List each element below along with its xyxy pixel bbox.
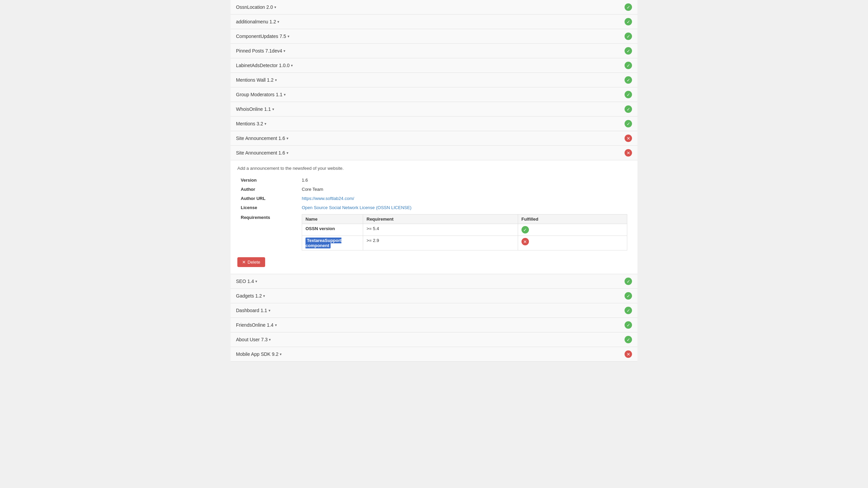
plugin-row[interactable]: Mentions Wall 1.2 ▾✓ xyxy=(231,73,637,87)
license-row: License Open Source Social Network Licen… xyxy=(237,203,631,212)
req-fulfilled: ✕ xyxy=(518,236,627,250)
plugin-description: Add a announcement to the newsfeed of yo… xyxy=(237,166,631,171)
req-requirement: >= 2.9 xyxy=(363,236,518,250)
status-icon-check: ✓ xyxy=(625,292,632,300)
plugin-row[interactable]: Mentions 3.2 ▾✓ xyxy=(231,117,637,131)
dropdown-arrow-icon: ▾ xyxy=(255,279,257,284)
plugin-name: Mobile App SDK 9.2 ▾ xyxy=(236,351,282,357)
plugin-row[interactable]: About User 7.3 ▾✓ xyxy=(231,332,637,347)
requirements-row: Requirements Name Requirement Fulfilled xyxy=(237,212,631,252)
version-value: 1.6 xyxy=(298,176,631,185)
plugin-row[interactable]: LabinetAdsDetector 1.0.0 ▾✓ xyxy=(231,58,637,73)
req-name-highlighted: TextareaSupport component xyxy=(305,238,341,248)
dropdown-arrow-icon: ▾ xyxy=(275,78,277,82)
req-name: TextareaSupport component xyxy=(302,236,363,250)
dropdown-arrow-icon: ▾ xyxy=(283,49,285,53)
req-row: TextareaSupport component>= 2.9✕ xyxy=(302,236,627,250)
plugin-name: WhoisOnline 1.1 ▾ xyxy=(236,106,274,112)
plugin-row[interactable]: WhoisOnline 1.1 ▾✓ xyxy=(231,102,637,117)
version-row: Version 1.6 xyxy=(237,176,631,185)
status-icon-check: ✓ xyxy=(625,18,632,25)
site-announcement-row[interactable]: Site Announcement 1.6 ▾ ✕ Add a announce… xyxy=(231,146,637,274)
dropdown-arrow-icon: ▾ xyxy=(277,20,279,24)
plugin-name: Mentions 3.2 ▾ xyxy=(236,121,267,126)
author-url-label: Author URL xyxy=(237,194,298,203)
req-col-fulfilled: Fulfilled xyxy=(518,215,627,224)
license-link[interactable]: Open Source Social Network License (OSSN… xyxy=(302,205,412,210)
plugin-row[interactable]: Pinned Posts 7.1dev4 ▾✓ xyxy=(231,44,637,58)
req-col-requirement: Requirement xyxy=(363,215,518,224)
plugin-name: additionalmenu 1.2 ▾ xyxy=(236,19,279,24)
status-icon-x: ✕ xyxy=(625,350,632,358)
plugin-row[interactable]: Group Moderators 1.1 ▾✓ xyxy=(231,87,637,102)
plugin-row[interactable]: Site Announcement 1.6 ▾✕ xyxy=(231,131,637,146)
dropdown-arrow-icon: ▾ xyxy=(287,136,289,141)
plugin-name: Mentions Wall 1.2 ▾ xyxy=(236,77,277,83)
status-icon-check: ✓ xyxy=(625,105,632,113)
dropdown-arrow-icon: ▾ xyxy=(288,34,290,39)
status-icon-check: ✓ xyxy=(625,307,632,314)
plugin-name: SEO 1.4 ▾ xyxy=(236,279,257,284)
req-requirement: >= 5.4 xyxy=(363,224,518,236)
dropdown-arrow-icon: ▾ xyxy=(269,308,271,313)
requirements-content: Name Requirement Fulfilled OSSN version>… xyxy=(298,212,631,252)
plugin-name: Pinned Posts 7.1dev4 ▾ xyxy=(236,48,285,54)
delete-label: Delete xyxy=(248,260,260,265)
dropdown-arrow-icon: ▾ xyxy=(272,107,274,111)
plugins-container: OssnLocation 2.0 ▾✓additionalmenu 1.2 ▾✓… xyxy=(231,0,637,362)
plugin-name: About User 7.3 ▾ xyxy=(236,337,271,342)
plugin-row[interactable]: ComponentUpdates 7.5 ▾✓ xyxy=(231,29,637,44)
req-check-icon: ✓ xyxy=(521,226,529,233)
plugin-name: ComponentUpdates 7.5 ▾ xyxy=(236,34,290,39)
license-value: Open Source Social Network License (OSSN… xyxy=(298,203,631,212)
plugin-row[interactable]: Mobile App SDK 9.2 ▾✕ xyxy=(231,347,637,362)
plugin-info-table: Version 1.6 Author Core Team Author URL … xyxy=(237,176,631,252)
plugin-name: FriendsOnline 1.4 ▾ xyxy=(236,322,277,328)
status-icon-x: ✕ xyxy=(625,149,632,157)
req-fulfilled: ✓ xyxy=(518,224,627,236)
status-icon-check: ✓ xyxy=(625,3,632,11)
dropdown-arrow-icon: ▾ xyxy=(275,323,277,327)
plugin-row[interactable]: additionalmenu 1.2 ▾✓ xyxy=(231,15,637,29)
plugin-row[interactable]: OssnLocation 2.0 ▾✓ xyxy=(231,0,637,15)
dropdown-arrow-icon: ▾ xyxy=(291,63,293,68)
status-icon-check: ✓ xyxy=(625,336,632,343)
plugin-row[interactable]: FriendsOnline 1.4 ▾✓ xyxy=(231,318,637,332)
author-url-value: https://www.softlab24.com/ xyxy=(298,194,631,203)
plugin-name: Group Moderators 1.1 ▾ xyxy=(236,92,286,97)
delete-button[interactable]: ✕ Delete xyxy=(237,257,265,267)
req-name: OSSN version xyxy=(302,224,363,236)
status-icon-check: ✓ xyxy=(625,33,632,40)
status-icon-check: ✓ xyxy=(625,47,632,55)
dropdown-arrow-icon: ▾ xyxy=(274,5,276,9)
author-url-row: Author URL https://www.softlab24.com/ xyxy=(237,194,631,203)
dropdown-arrow-icon: ▾ xyxy=(287,151,289,155)
plugin-detail-panel: Add a announcement to the newsfeed of yo… xyxy=(231,160,637,274)
plugin-name: Site Announcement 1.6 ▾ xyxy=(236,136,289,141)
status-icon-x: ✕ xyxy=(625,135,632,142)
plugin-name: Dashboard 1.1 ▾ xyxy=(236,308,271,313)
dropdown-arrow-icon: ▾ xyxy=(280,352,282,357)
plugin-row[interactable]: Dashboard 1.1 ▾✓ xyxy=(231,303,637,318)
plugin-name: OssnLocation 2.0 ▾ xyxy=(236,4,276,10)
requirements-table: Name Requirement Fulfilled OSSN version>… xyxy=(302,214,627,250)
requirements-label: Requirements xyxy=(237,212,298,252)
plugin-name: LabinetAdsDetector 1.0.0 ▾ xyxy=(236,63,293,68)
req-row: OSSN version>= 5.4✓ xyxy=(302,224,627,236)
dropdown-arrow-icon: ▾ xyxy=(263,294,265,298)
plugin-name: Gadgets 1.2 ▾ xyxy=(236,293,265,299)
plugin-row[interactable]: Gadgets 1.2 ▾✓ xyxy=(231,289,637,303)
site-announcement-name: Site Announcement 1.6 ▾ xyxy=(236,150,289,156)
req-x-icon: ✕ xyxy=(521,238,529,245)
status-icon-check: ✓ xyxy=(625,62,632,69)
license-label: License xyxy=(237,203,298,212)
dropdown-arrow-icon: ▾ xyxy=(269,338,271,342)
plugin-row[interactable]: SEO 1.4 ▾✓ xyxy=(231,274,637,289)
author-label: Author xyxy=(237,185,298,194)
author-row: Author Core Team xyxy=(237,185,631,194)
author-url-link[interactable]: https://www.softlab24.com/ xyxy=(302,196,354,201)
req-col-name: Name xyxy=(302,215,363,224)
delete-x-icon: ✕ xyxy=(242,260,246,265)
status-icon-check: ✓ xyxy=(625,278,632,285)
dropdown-arrow-icon: ▾ xyxy=(264,122,267,126)
